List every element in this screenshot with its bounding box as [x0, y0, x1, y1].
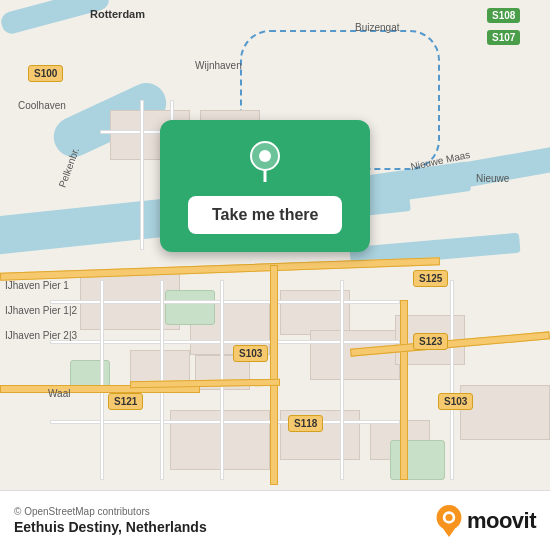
label-buizengat: Buizengat: [355, 22, 399, 33]
city-label-rotterdam: Rotterdam: [90, 8, 145, 20]
label-wijnhaven: Wijnhaven: [195, 60, 242, 71]
label-nieuwe: Nieuwe: [476, 173, 509, 184]
take-me-there-button[interactable]: Take me there: [188, 196, 342, 234]
place-name: Eethuis Destiny, Netherlands: [14, 519, 207, 535]
svg-point-3: [445, 513, 452, 520]
footer-left: © OpenStreetMap contributors Eethuis Des…: [14, 506, 207, 535]
road-badge-s121: S121: [108, 393, 143, 410]
green-space: [165, 290, 215, 325]
location-pin-icon: [243, 138, 287, 182]
road-minor: [100, 280, 104, 480]
road-badge-s125: S125: [413, 270, 448, 287]
label-ijhaven3: IJhaven Pier 2|3: [5, 330, 77, 341]
location-popup: Take me there: [160, 120, 370, 252]
label-ijhaven2: IJhaven Pier 1|2: [5, 305, 77, 316]
road-minor: [450, 280, 454, 480]
road-minor: [140, 100, 144, 250]
moovit-pin-icon: [435, 505, 463, 537]
osm-attribution: © OpenStreetMap contributors: [14, 506, 207, 517]
road-s125-vertical: [400, 300, 408, 480]
moovit-text: moovit: [467, 508, 536, 534]
road-major-vertical: [270, 265, 278, 485]
footer-bar: © OpenStreetMap contributors Eethuis Des…: [0, 490, 550, 550]
label-ijhaven1: IJhaven Pier 1: [5, 280, 69, 291]
road-badge-s123: S123: [413, 333, 448, 350]
popup-box: Take me there: [160, 120, 370, 252]
city-block: [460, 385, 550, 440]
road-minor: [340, 280, 344, 480]
svg-point-1: [259, 150, 271, 162]
road-badge-s103b: S103: [438, 393, 473, 410]
green-space: [390, 440, 445, 480]
road-badge-s108: S108: [487, 8, 520, 23]
road-badge-s107: S107: [487, 30, 520, 45]
label-coolhaven: Coolhaven: [18, 100, 66, 111]
map-view: S100 S107 S108 S125 S103 S103 S121 S118 …: [0, 0, 550, 490]
moovit-logo: moovit: [435, 505, 536, 537]
road-badge-s103: S103: [233, 345, 268, 362]
road-badge-s118: S118: [288, 415, 323, 432]
label-waal: Waal: [48, 388, 70, 399]
road-badge-s100: S100: [28, 65, 63, 82]
